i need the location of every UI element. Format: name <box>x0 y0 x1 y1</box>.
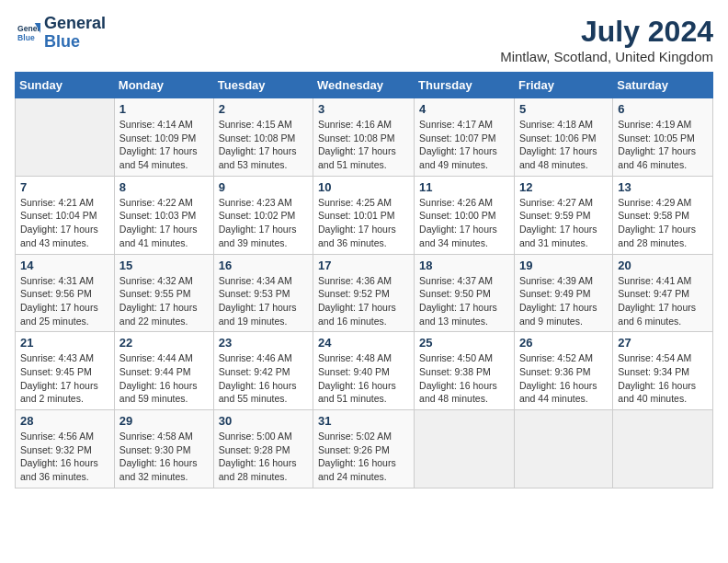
day-number: 28 <box>20 414 109 428</box>
day-number: 29 <box>119 414 209 428</box>
header-sunday: Sunday <box>16 73 115 98</box>
day-info: Sunrise: 5:00 AM Sunset: 9:28 PM Dayligh… <box>219 430 308 484</box>
day-number: 17 <box>318 259 409 272</box>
calendar-week-row: 21Sunrise: 4:43 AM Sunset: 9:45 PM Dayli… <box>16 332 713 410</box>
calendar-week-row: 7Sunrise: 4:21 AM Sunset: 10:04 PM Dayli… <box>16 176 713 254</box>
day-info: Sunrise: 4:48 AM Sunset: 9:40 PM Dayligh… <box>318 351 409 406</box>
calendar-cell <box>613 410 713 488</box>
calendar-cell: 16Sunrise: 4:34 AM Sunset: 9:53 PM Dayli… <box>213 254 313 332</box>
svg-text:Blue: Blue <box>17 33 35 42</box>
logo-icon: General Blue <box>15 20 40 46</box>
calendar-cell: 23Sunrise: 4:46 AM Sunset: 9:42 PM Dayli… <box>213 332 313 410</box>
day-info: Sunrise: 4:52 AM Sunset: 9:36 PM Dayligh… <box>519 351 608 406</box>
calendar-header-row: SundayMondayTuesdayWednesdayThursdayFrid… <box>16 73 713 98</box>
calendar-cell: 20Sunrise: 4:41 AM Sunset: 9:47 PM Dayli… <box>613 254 713 332</box>
day-number: 12 <box>519 180 608 194</box>
day-number: 10 <box>318 180 409 194</box>
day-number: 14 <box>20 259 109 272</box>
calendar-cell: 17Sunrise: 4:36 AM Sunset: 9:52 PM Dayli… <box>313 254 415 332</box>
day-info: Sunrise: 4:19 AM Sunset: 10:05 PM Daylig… <box>618 118 708 172</box>
day-number: 1 <box>119 102 209 116</box>
day-info: Sunrise: 4:22 AM Sunset: 10:03 PM Daylig… <box>119 196 209 250</box>
day-info: Sunrise: 4:23 AM Sunset: 10:02 PM Daylig… <box>219 196 308 250</box>
calendar-cell: 1Sunrise: 4:14 AM Sunset: 10:09 PM Dayli… <box>114 98 213 177</box>
logo-text-general: General <box>44 15 106 33</box>
location-title: Mintlaw, Scotland, United Kingdom <box>500 49 713 64</box>
calendar-cell: 24Sunrise: 4:48 AM Sunset: 9:40 PM Dayli… <box>313 332 415 410</box>
day-number: 18 <box>419 259 509 272</box>
day-info: Sunrise: 4:54 AM Sunset: 9:34 PM Dayligh… <box>618 351 708 406</box>
calendar-cell: 29Sunrise: 4:58 AM Sunset: 9:30 PM Dayli… <box>114 410 213 488</box>
day-info: Sunrise: 4:26 AM Sunset: 10:00 PM Daylig… <box>419 196 509 250</box>
calendar-week-row: 14Sunrise: 4:31 AM Sunset: 9:56 PM Dayli… <box>16 254 713 332</box>
calendar-cell <box>16 98 115 177</box>
day-number: 20 <box>618 259 708 272</box>
calendar-cell: 31Sunrise: 5:02 AM Sunset: 9:26 PM Dayli… <box>313 410 415 488</box>
day-info: Sunrise: 4:34 AM Sunset: 9:53 PM Dayligh… <box>219 274 308 328</box>
header-monday: Monday <box>114 73 213 98</box>
calendar-cell: 12Sunrise: 4:27 AM Sunset: 9:59 PM Dayli… <box>514 176 612 254</box>
day-number: 6 <box>618 102 708 116</box>
day-number: 9 <box>219 180 308 194</box>
day-number: 2 <box>219 102 308 116</box>
day-info: Sunrise: 4:56 AM Sunset: 9:32 PM Dayligh… <box>20 430 109 484</box>
calendar-cell: 5Sunrise: 4:18 AM Sunset: 10:06 PM Dayli… <box>514 98 612 177</box>
day-number: 26 <box>519 336 608 350</box>
day-info: Sunrise: 4:31 AM Sunset: 9:56 PM Dayligh… <box>20 274 109 328</box>
day-info: Sunrise: 4:41 AM Sunset: 9:47 PM Dayligh… <box>618 274 708 328</box>
day-info: Sunrise: 4:50 AM Sunset: 9:38 PM Dayligh… <box>419 351 509 406</box>
day-info: Sunrise: 4:27 AM Sunset: 9:59 PM Dayligh… <box>519 196 608 250</box>
month-title: July 2024 <box>500 15 713 49</box>
day-number: 27 <box>618 336 708 350</box>
day-info: Sunrise: 4:16 AM Sunset: 10:08 PM Daylig… <box>318 118 409 172</box>
day-number: 5 <box>519 102 608 116</box>
day-info: Sunrise: 4:43 AM Sunset: 9:45 PM Dayligh… <box>20 351 109 406</box>
calendar-cell: 21Sunrise: 4:43 AM Sunset: 9:45 PM Dayli… <box>16 332 115 410</box>
calendar-cell <box>514 410 612 488</box>
day-number: 8 <box>119 180 209 194</box>
title-block: July 2024 Mintlaw, Scotland, United King… <box>500 15 713 64</box>
day-number: 13 <box>618 180 708 194</box>
calendar-cell <box>415 410 515 488</box>
day-number: 15 <box>119 259 209 272</box>
header-tuesday: Tuesday <box>213 73 313 98</box>
logo: General Blue General Blue <box>15 15 106 52</box>
calendar-table: SundayMondayTuesdayWednesdayThursdayFrid… <box>15 72 713 488</box>
day-info: Sunrise: 5:02 AM Sunset: 9:26 PM Dayligh… <box>318 430 409 484</box>
calendar-cell: 28Sunrise: 4:56 AM Sunset: 9:32 PM Dayli… <box>16 410 115 488</box>
day-info: Sunrise: 4:37 AM Sunset: 9:50 PM Dayligh… <box>419 274 509 328</box>
day-info: Sunrise: 4:58 AM Sunset: 9:30 PM Dayligh… <box>119 430 209 484</box>
calendar-week-row: 1Sunrise: 4:14 AM Sunset: 10:09 PM Dayli… <box>16 98 713 177</box>
calendar-cell: 14Sunrise: 4:31 AM Sunset: 9:56 PM Dayli… <box>16 254 115 332</box>
day-number: 22 <box>119 336 209 350</box>
day-number: 30 <box>219 414 308 428</box>
day-number: 4 <box>419 102 509 116</box>
day-number: 24 <box>318 336 409 350</box>
header-wednesday: Wednesday <box>313 73 415 98</box>
calendar-cell: 3Sunrise: 4:16 AM Sunset: 10:08 PM Dayli… <box>313 98 415 177</box>
calendar-cell: 18Sunrise: 4:37 AM Sunset: 9:50 PM Dayli… <box>415 254 515 332</box>
calendar-cell: 6Sunrise: 4:19 AM Sunset: 10:05 PM Dayli… <box>613 98 713 177</box>
day-info: Sunrise: 4:46 AM Sunset: 9:42 PM Dayligh… <box>219 351 308 406</box>
calendar-cell: 11Sunrise: 4:26 AM Sunset: 10:00 PM Dayl… <box>415 176 515 254</box>
calendar-cell: 19Sunrise: 4:39 AM Sunset: 9:49 PM Dayli… <box>514 254 612 332</box>
calendar-cell: 26Sunrise: 4:52 AM Sunset: 9:36 PM Dayli… <box>514 332 612 410</box>
calendar-cell: 25Sunrise: 4:50 AM Sunset: 9:38 PM Dayli… <box>415 332 515 410</box>
day-info: Sunrise: 4:15 AM Sunset: 10:08 PM Daylig… <box>219 118 308 172</box>
calendar-cell: 2Sunrise: 4:15 AM Sunset: 10:08 PM Dayli… <box>213 98 313 177</box>
page-header: General Blue General Blue July 2024 Mint… <box>15 15 713 64</box>
day-number: 21 <box>20 336 109 350</box>
day-number: 23 <box>219 336 308 350</box>
day-info: Sunrise: 4:44 AM Sunset: 9:44 PM Dayligh… <box>119 351 209 406</box>
day-number: 19 <box>519 259 608 272</box>
calendar-cell: 13Sunrise: 4:29 AM Sunset: 9:58 PM Dayli… <box>613 176 713 254</box>
header-saturday: Saturday <box>613 73 713 98</box>
day-number: 3 <box>318 102 409 116</box>
calendar-cell: 22Sunrise: 4:44 AM Sunset: 9:44 PM Dayli… <box>114 332 213 410</box>
calendar-cell: 8Sunrise: 4:22 AM Sunset: 10:03 PM Dayli… <box>114 176 213 254</box>
calendar-cell: 7Sunrise: 4:21 AM Sunset: 10:04 PM Dayli… <box>16 176 115 254</box>
calendar-week-row: 28Sunrise: 4:56 AM Sunset: 9:32 PM Dayli… <box>16 410 713 488</box>
day-info: Sunrise: 4:25 AM Sunset: 10:01 PM Daylig… <box>318 196 409 250</box>
day-info: Sunrise: 4:39 AM Sunset: 9:49 PM Dayligh… <box>519 274 608 328</box>
day-info: Sunrise: 4:21 AM Sunset: 10:04 PM Daylig… <box>20 196 109 250</box>
